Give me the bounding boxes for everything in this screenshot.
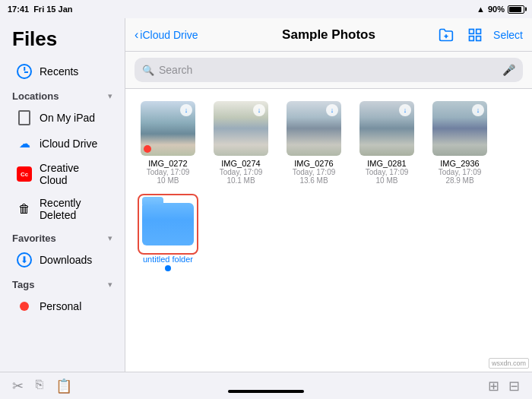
app-container: Files Recents Locations ▾ On My iPad ☁ i… bbox=[0, 18, 532, 372]
nav-bar: ‹ iCloud Drive Sample Photos bbox=[125, 18, 532, 52]
icloud-drive-label: iCloud Drive bbox=[40, 138, 97, 150]
file-thumbnail-img-0272: ↓ bbox=[141, 101, 195, 156]
file-thumbnail-img-0274: ↓ bbox=[214, 101, 268, 156]
list-view-icon[interactable]: ⊟ bbox=[508, 378, 520, 394]
folder-name: untitled folder bbox=[143, 255, 193, 264]
locations-label: Locations bbox=[12, 90, 59, 102]
file-date: Today, 17:09 bbox=[220, 168, 263, 176]
copy-icon[interactable]: ⎘ bbox=[36, 378, 43, 394]
search-bar[interactable]: 🔍 Search 🎤 bbox=[135, 58, 523, 82]
file-item-img-2936[interactable]: ↓IMG_2936Today, 17:0928.9 MB bbox=[429, 101, 490, 185]
file-size: 10 MB bbox=[376, 176, 398, 185]
grid-view-icon[interactable]: ⊞ bbox=[488, 378, 499, 394]
file-date: Today, 17:09 bbox=[147, 168, 190, 176]
toolbar-right: ⊞ ⊟ bbox=[488, 378, 520, 394]
file-thumbnail-img-0276: ↓ bbox=[287, 101, 341, 156]
file-date: Today, 17:09 bbox=[293, 168, 336, 176]
search-placeholder: Search bbox=[159, 64, 192, 76]
main-content: ‹ iCloud Drive Sample Photos bbox=[125, 18, 532, 372]
svg-rect-3 bbox=[477, 29, 481, 33]
recents-icon bbox=[17, 64, 32, 79]
sidebar-item-icloud-drive[interactable]: ☁ iCloud Drive bbox=[5, 131, 120, 157]
folder-thumbnail bbox=[141, 197, 195, 252]
search-bar-container: 🔍 Search 🎤 bbox=[125, 52, 532, 89]
select-label: Select bbox=[493, 29, 523, 41]
red-dot-badge bbox=[144, 145, 151, 153]
locations-section-header[interactable]: Locations ▾ bbox=[0, 87, 125, 105]
folder-item-untitled[interactable]: untitled folder bbox=[138, 197, 198, 271]
select-button[interactable]: Select bbox=[493, 29, 523, 41]
search-icon: 🔍 bbox=[142, 65, 154, 76]
cloud-download-badge: ↓ bbox=[180, 104, 192, 116]
bottom-toolbar: ✂ ⎘ 📋 ⊞ ⊟ bbox=[0, 372, 532, 399]
tags-chevron-icon: ▾ bbox=[108, 280, 112, 290]
wifi-icon: ▲ bbox=[477, 5, 485, 14]
recently-deleted-label: Recently Deleted bbox=[40, 197, 108, 221]
file-item-img-0274[interactable]: ↓IMG_0274Today, 17:0910.1 MB bbox=[211, 101, 271, 185]
locations-chevron-icon: ▾ bbox=[108, 91, 112, 101]
sidebar-item-on-my-ipad[interactable]: On My iPad bbox=[5, 105, 120, 131]
cloud-download-badge: ↓ bbox=[472, 104, 484, 116]
sidebar-item-personal[interactable]: Personal bbox=[5, 293, 120, 319]
file-size: 10 MB bbox=[157, 176, 179, 185]
status-day: Fri 15 Jan bbox=[33, 5, 72, 14]
home-indicator bbox=[228, 390, 304, 393]
back-button[interactable]: ‹ iCloud Drive bbox=[135, 28, 198, 42]
back-label: iCloud Drive bbox=[140, 29, 198, 41]
sidebar-item-recents[interactable]: Recents bbox=[5, 59, 120, 84]
file-item-img-0281[interactable]: ↓IMG_0281Today, 17:0910 MB bbox=[356, 101, 417, 185]
file-size: 28.9 MB bbox=[445, 176, 473, 185]
files-grid: ↓IMG_0272Today, 17:0910 MB↓IMG_0274Today… bbox=[125, 89, 532, 372]
battery-icon bbox=[508, 5, 524, 14]
favorites-chevron-icon: ▾ bbox=[108, 233, 112, 243]
downloads-icon: ⬇ bbox=[17, 252, 32, 268]
folder-selected-border bbox=[138, 194, 198, 255]
svg-rect-5 bbox=[477, 36, 481, 40]
sidebar-item-recently-deleted[interactable]: 🗑 Recently Deleted bbox=[5, 192, 120, 226]
icloud-icon: ☁ bbox=[17, 136, 32, 151]
tags-label: Tags bbox=[12, 279, 34, 290]
file-item-img-0272[interactable]: ↓IMG_0272Today, 17:0910 MB bbox=[138, 101, 198, 185]
cloud-download-badge: ↓ bbox=[399, 104, 411, 116]
nav-title: Sample Photos bbox=[282, 27, 375, 43]
on-my-ipad-label: On My iPad bbox=[40, 112, 95, 124]
toolbar-left: ✂ ⎘ 📋 bbox=[12, 378, 72, 394]
file-name: IMG_0272 bbox=[148, 159, 187, 168]
file-name: IMG_2936 bbox=[440, 159, 479, 168]
new-folder-button[interactable] bbox=[435, 24, 457, 46]
sidebar-item-downloads[interactable]: ⬇ Downloads bbox=[5, 247, 120, 273]
tag-personal-icon bbox=[17, 299, 32, 314]
paste-icon[interactable]: 📋 bbox=[55, 378, 72, 394]
file-date: Today, 17:09 bbox=[366, 168, 409, 176]
file-item-img-0276[interactable]: ↓IMG_0276Today, 17:0913.6 MB bbox=[283, 101, 344, 185]
battery-percent: 90% bbox=[488, 5, 505, 14]
folder-rename-dot bbox=[165, 265, 171, 271]
trash-icon: 🗑 bbox=[17, 201, 32, 217]
sidebar: Files Recents Locations ▾ On My iPad ☁ i… bbox=[0, 18, 125, 372]
sidebar-item-creative-cloud[interactable]: Cc Creative Cloud bbox=[5, 157, 120, 192]
favorites-section-header[interactable]: Favorites ▾ bbox=[0, 230, 125, 247]
file-thumbnail-img-0281: ↓ bbox=[359, 101, 414, 156]
ipad-icon bbox=[17, 110, 32, 125]
view-toggle-button[interactable] bbox=[464, 24, 486, 46]
nav-left: ‹ iCloud Drive bbox=[135, 28, 198, 42]
scissors-icon[interactable]: ✂ bbox=[12, 378, 24, 394]
sidebar-title: Files bbox=[0, 24, 125, 59]
favorites-label: Favorites bbox=[12, 233, 56, 244]
file-name: IMG_0281 bbox=[367, 159, 406, 168]
file-name: IMG_0274 bbox=[221, 159, 260, 168]
watermark: wsxdn.com bbox=[489, 358, 529, 369]
personal-tag-label: Personal bbox=[40, 300, 81, 312]
file-size: 13.6 MB bbox=[299, 176, 328, 185]
status-time: 17:41 bbox=[8, 5, 29, 14]
downloads-label: Downloads bbox=[40, 254, 92, 266]
microphone-icon[interactable]: 🎤 bbox=[502, 64, 515, 76]
folder-plus-icon bbox=[439, 27, 454, 43]
file-date: Today, 17:09 bbox=[439, 168, 482, 176]
tags-section-header[interactable]: Tags ▾ bbox=[0, 276, 125, 293]
sidebar-item-recents-label: Recents bbox=[40, 65, 78, 78]
status-bar: 17:41 Fri 15 Jan ▲ 90% bbox=[0, 0, 532, 18]
file-size: 10.1 MB bbox=[226, 176, 255, 185]
back-chevron-icon: ‹ bbox=[135, 28, 138, 42]
file-thumbnail-img-2936: ↓ bbox=[432, 101, 487, 156]
